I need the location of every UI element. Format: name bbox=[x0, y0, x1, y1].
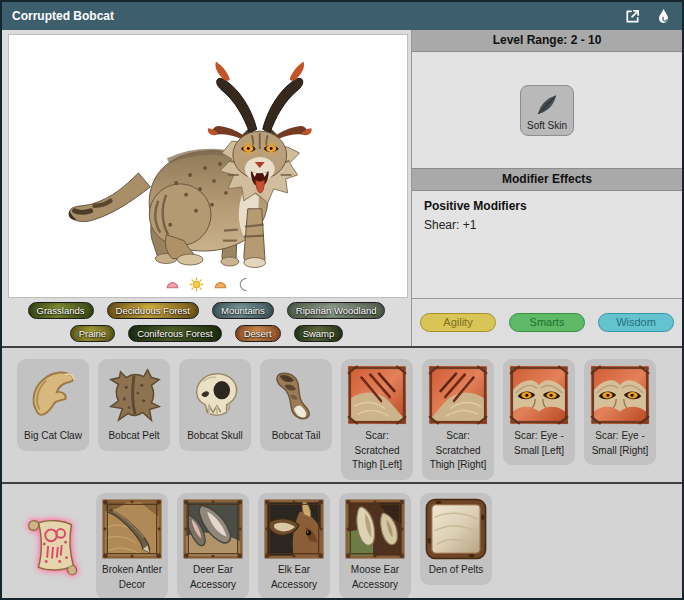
positive-modifiers-title: Positive Modifiers bbox=[424, 199, 670, 213]
dusk-icon bbox=[213, 277, 228, 292]
biome-pill-desert[interactable]: Desert bbox=[235, 325, 281, 342]
biome-row: GrasslandsDeciduous ForestMountainsRipar… bbox=[2, 302, 411, 319]
elk-ear-icon bbox=[263, 498, 325, 560]
stat-pill-agility[interactable]: Agility bbox=[420, 313, 496, 332]
item-label: Scar: Eye - Small [Right] bbox=[587, 429, 653, 458]
modifier-entry-list: Shear: +1 bbox=[424, 218, 670, 232]
deer-ear-icon bbox=[182, 498, 244, 560]
item-label: Elk Ear Accessory bbox=[261, 563, 327, 592]
item-label: Bobcat Pelt bbox=[108, 429, 159, 444]
flame-icon[interactable] bbox=[655, 8, 672, 25]
bobcat-tail-icon bbox=[265, 364, 327, 426]
biome-row: PrairieConiferous ForestDesertSwamp bbox=[2, 325, 411, 342]
scar-thigh-right-icon bbox=[427, 364, 489, 426]
day-icon bbox=[189, 277, 204, 292]
broken-antler-icon bbox=[101, 498, 163, 560]
biome-list: GrasslandsDeciduous ForestMountainsRipar… bbox=[2, 298, 411, 346]
crafting-item-card[interactable]: Deer Ear Accessory bbox=[177, 493, 249, 598]
top-region: GrasslandsDeciduous ForestMountainsRipar… bbox=[2, 30, 682, 346]
info-column: Level Range: 2 - 10 Soft Skin Modifier E… bbox=[412, 30, 682, 346]
biome-pill-deciduous-forest[interactable]: Deciduous Forest bbox=[107, 302, 199, 319]
item-label: Scar: Eye - Small [Left] bbox=[506, 429, 572, 458]
carried-item-soft-skin[interactable]: Soft Skin bbox=[520, 85, 574, 136]
creature-column: GrasslandsDeciduous ForestMountainsRipar… bbox=[2, 30, 412, 346]
page-title: Corrupted Bobcat bbox=[12, 9, 114, 23]
scar-eye-right-icon bbox=[589, 364, 651, 426]
item-label: Scar: Scratched Thigh [Left] bbox=[344, 429, 410, 473]
loot-item-card[interactable]: Scar: Scratched Thigh [Right] bbox=[422, 359, 494, 480]
item-label: Scar: Scratched Thigh [Right] bbox=[425, 429, 491, 473]
loot-item-card[interactable]: Bobcat Tail bbox=[260, 359, 332, 451]
den-of-pelts-icon bbox=[425, 498, 487, 560]
active-times bbox=[9, 277, 407, 292]
crafting-item-card[interactable]: Den of Pelts bbox=[420, 493, 492, 585]
item-label: Moose Ear Accessory bbox=[342, 563, 408, 592]
moose-ear-icon bbox=[344, 498, 406, 560]
crafting-item-card[interactable]: Elk Ear Accessory bbox=[258, 493, 330, 598]
recipe-scroll-icon[interactable] bbox=[17, 515, 87, 577]
loot-section: Big Cat ClawBobcat PeltBobcat SkullBobca… bbox=[2, 346, 682, 482]
loot-item-card[interactable]: Scar: Eye - Small [Right] bbox=[584, 359, 656, 465]
loot-item-card[interactable]: Bobcat Skull bbox=[179, 359, 251, 451]
biome-pill-mountains[interactable]: Mountains bbox=[212, 302, 274, 319]
encyclopedia-window: Corrupted Bobcat GrasslandsDeciduous For… bbox=[0, 0, 684, 600]
big-cat-claw-icon bbox=[22, 364, 84, 426]
item-label: Bobcat Skull bbox=[187, 429, 243, 444]
item-label: Deer Ear Accessory bbox=[180, 563, 246, 592]
dawn-icon bbox=[165, 277, 180, 292]
level-range-header: Level Range: 2 - 10 bbox=[412, 30, 682, 52]
item-label: Bobcat Tail bbox=[272, 429, 321, 444]
external-link-icon[interactable] bbox=[624, 8, 641, 25]
item-label: Broken Antler Decor bbox=[99, 563, 165, 592]
biome-pill-coniferous-forest[interactable]: Coniferous Forest bbox=[128, 325, 222, 342]
item-label: Den of Pelts bbox=[429, 563, 483, 578]
biome-pill-riparian-woodland[interactable]: Riparian Woodland bbox=[287, 302, 386, 319]
night-icon bbox=[237, 277, 252, 292]
biome-pill-prairie[interactable]: Prairie bbox=[70, 325, 115, 342]
biome-pill-swamp[interactable]: Swamp bbox=[294, 325, 344, 342]
crafting-item-card[interactable]: Broken Antler Decor bbox=[96, 493, 168, 598]
loot-item-card[interactable]: Scar: Scratched Thigh [Left] bbox=[341, 359, 413, 480]
modifier-effects-body: Positive Modifiers Shear: +1 bbox=[412, 191, 682, 298]
feather-icon bbox=[534, 92, 560, 118]
carried-item-label: Soft Skin bbox=[527, 120, 567, 131]
bobcat-skull-icon bbox=[184, 364, 246, 426]
loot-item-card[interactable]: Scar: Eye - Small [Left] bbox=[503, 359, 575, 465]
loot-item-card[interactable]: Big Cat Claw bbox=[17, 359, 89, 451]
stat-pill-smarts[interactable]: Smarts bbox=[509, 313, 585, 332]
modifier-effects-header: Modifier Effects bbox=[412, 168, 682, 191]
modifier-entry: Shear: +1 bbox=[424, 218, 670, 232]
scar-thigh-left-icon bbox=[346, 364, 408, 426]
bobcat-pelt-icon bbox=[103, 364, 165, 426]
item-label: Big Cat Claw bbox=[24, 429, 82, 444]
title-bar-actions bbox=[624, 8, 672, 25]
crafting-item-card[interactable]: Moose Ear Accessory bbox=[339, 493, 411, 598]
biome-pill-grasslands[interactable]: Grasslands bbox=[28, 302, 94, 319]
loot-item-card[interactable]: Bobcat Pelt bbox=[98, 359, 170, 451]
stat-pill-wisdom[interactable]: Wisdom bbox=[598, 313, 674, 332]
crafting-section: Broken Antler DecorDeer Ear AccessoryElk… bbox=[2, 482, 682, 598]
scar-eye-left-icon bbox=[508, 364, 570, 426]
creature-image-panel bbox=[8, 34, 408, 298]
carried-items-area: Soft Skin bbox=[412, 52, 682, 168]
stat-list: AgilitySmartsWisdom bbox=[412, 298, 682, 346]
title-bar: Corrupted Bobcat bbox=[2, 2, 682, 30]
